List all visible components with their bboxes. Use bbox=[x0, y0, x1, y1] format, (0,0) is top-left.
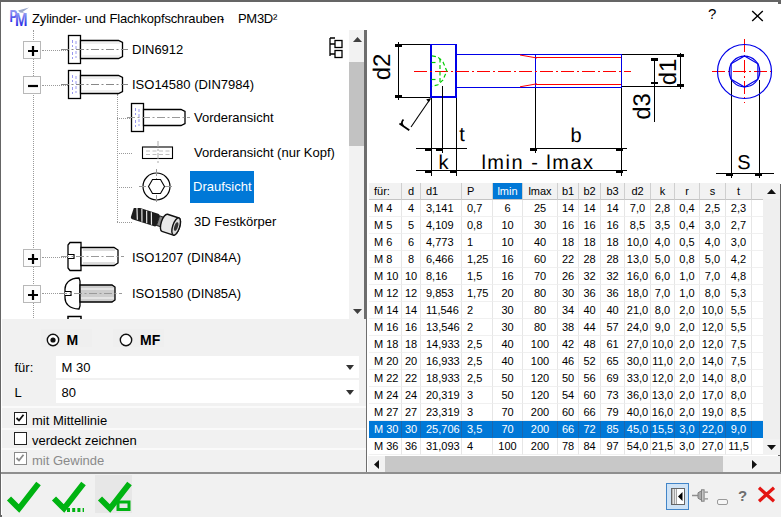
svg-text:S: S bbox=[737, 152, 750, 174]
svg-text:k: k bbox=[439, 152, 450, 174]
svg-text:d3: d3 bbox=[629, 93, 656, 120]
svg-text:d1: d1 bbox=[655, 59, 682, 86]
svg-text:b: b bbox=[570, 125, 581, 147]
svg-text:t: t bbox=[459, 124, 465, 146]
svg-text:lmin - lmax: lmin - lmax bbox=[481, 152, 594, 174]
svg-text:d2: d2 bbox=[369, 54, 396, 81]
